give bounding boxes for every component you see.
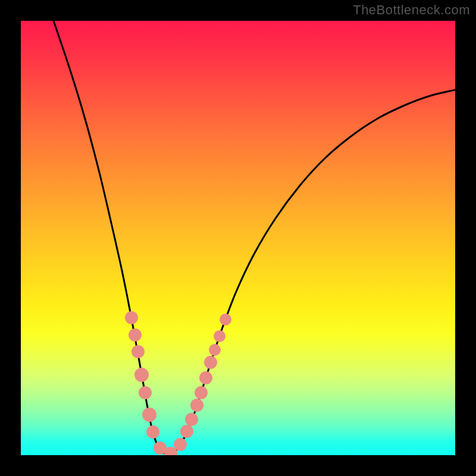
bead <box>204 356 217 369</box>
data-beads <box>125 311 231 455</box>
bead <box>195 386 208 399</box>
bead <box>174 438 187 451</box>
bead <box>214 330 226 342</box>
bead <box>209 344 221 356</box>
bead <box>125 311 138 324</box>
curve-layer <box>21 21 455 455</box>
bead <box>199 371 212 384</box>
bead <box>134 368 149 382</box>
bead <box>146 425 159 439</box>
bead <box>190 399 203 412</box>
bead <box>180 425 193 438</box>
bead <box>185 413 198 426</box>
bead <box>220 314 231 325</box>
plot-area <box>21 21 455 455</box>
attribution-text: TheBottleneck.com <box>353 2 470 18</box>
bead <box>131 345 145 358</box>
chart-frame: TheBottleneck.com <box>0 0 476 476</box>
bead <box>142 408 156 422</box>
bottleneck-curve <box>54 21 455 455</box>
bead <box>129 328 142 342</box>
bead <box>139 386 152 399</box>
